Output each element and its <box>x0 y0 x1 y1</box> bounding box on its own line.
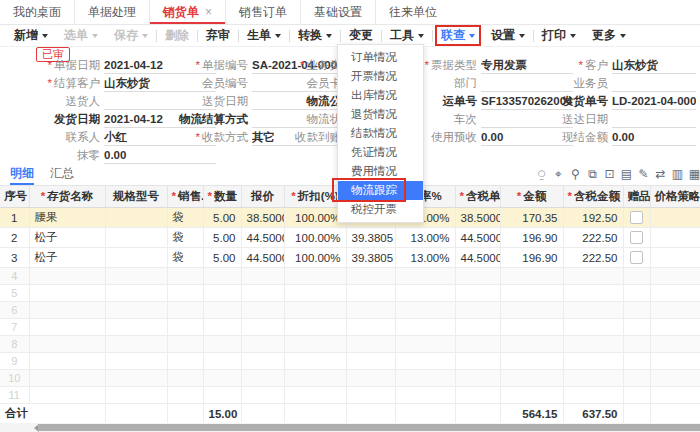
cell[interactable]: 袋 <box>167 248 203 268</box>
gift-checkbox[interactable] <box>630 251 643 264</box>
cell[interactable]: 13.00% <box>395 228 455 248</box>
cell[interactable]: 5.00 <box>203 228 241 248</box>
cell[interactable] <box>650 248 700 268</box>
cell[interactable]: 100.00% <box>284 248 346 268</box>
field-value-业务员[interactable] <box>612 75 696 92</box>
menu-item-物流跟踪[interactable]: 物流跟踪 <box>338 181 423 200</box>
clipboard-icon[interactable]: ⊡ <box>601 166 618 183</box>
empty-table-row[interactable]: 9 <box>0 353 700 370</box>
empty-table-row[interactable]: 7 <box>0 319 700 336</box>
column-header-含税金额[interactable]: *含税金额 <box>563 186 623 208</box>
field-value-现结金额[interactable]: 0.00 <box>612 129 696 146</box>
location-pin-icon[interactable]: ⚲ <box>567 166 584 183</box>
tab-我的桌面[interactable]: 我的桌面 <box>0 0 74 24</box>
cell[interactable] <box>650 228 700 248</box>
tab-summary[interactable]: 汇总 <box>50 164 74 185</box>
menu-item-税控开票[interactable]: 税控开票 <box>338 200 423 219</box>
field-value-发货单号[interactable]: LD-2021-04-0002 <box>612 93 696 110</box>
toolbar-button-设置[interactable]: 设置 <box>483 27 533 44</box>
cell[interactable]: 松子 <box>29 228 105 248</box>
tab-销售订单[interactable]: 销售订单 <box>225 0 300 24</box>
cell[interactable] <box>105 248 167 268</box>
cell[interactable]: 2 <box>0 228 29 248</box>
signature-icon[interactable]: ✎ <box>635 166 652 183</box>
cell[interactable]: 13.00% <box>395 248 455 268</box>
empty-table-row[interactable]: 8 <box>0 336 700 353</box>
cell[interactable]: 196.90 <box>500 248 563 268</box>
cell[interactable]: 192.50 <box>563 208 623 228</box>
cell[interactable] <box>623 228 650 248</box>
cell[interactable]: 38.5000 <box>241 208 284 228</box>
tab-单据处理[interactable]: 单据处理 <box>74 0 149 24</box>
tab-销货单[interactable]: 销货单× <box>149 0 225 24</box>
column-header-销售...[interactable]: *销售... <box>167 186 203 208</box>
toolbar-button-新增[interactable]: 新增 <box>6 27 56 44</box>
cell[interactable]: 44.5000 <box>241 228 284 248</box>
cell[interactable]: 3 <box>0 248 29 268</box>
cell[interactable]: 1 <box>0 208 29 228</box>
column-header-报价[interactable]: 报价 <box>241 186 284 208</box>
column-header-存货名称[interactable]: *存货名称 <box>29 186 105 208</box>
close-icon[interactable]: × <box>205 5 212 19</box>
toolbar-button-保存[interactable]: 保存 <box>106 27 156 44</box>
cell[interactable] <box>650 208 700 228</box>
cell[interactable] <box>105 228 167 248</box>
cell[interactable]: 腰果 <box>29 208 105 228</box>
cell[interactable]: 5.00 <box>203 248 241 268</box>
column-header-规格型号[interactable]: 规格型号 <box>105 186 167 208</box>
column-chart-icon[interactable]: ▥ <box>669 166 686 183</box>
scrollbar-thumb[interactable] <box>38 424 700 431</box>
column-header-金额[interactable]: *金额 <box>500 186 563 208</box>
document-icon[interactable]: ▤ <box>618 166 635 183</box>
menu-item-退货情况[interactable]: 退货情况 <box>338 105 423 124</box>
field-value-客户[interactable]: 山东炒货 <box>612 57 696 74</box>
toolbar-button-工具[interactable]: 工具 <box>382 27 432 44</box>
menu-item-订单情况[interactable]: 订单情况 <box>338 48 423 67</box>
cell[interactable]: 196.90 <box>500 228 563 248</box>
cell[interactable]: 39.3805 <box>346 248 395 268</box>
cell[interactable]: 松子 <box>29 248 105 268</box>
grid-icon[interactable]: ▦ <box>686 166 700 183</box>
toolbar-button-转换[interactable]: 转换 <box>290 27 340 44</box>
toolbar-button-生单[interactable]: 生单 <box>239 27 289 44</box>
toolbar-button-变更[interactable]: 变更 <box>341 27 381 44</box>
column-header-数量[interactable]: *数量 <box>203 186 241 208</box>
menu-item-结款情况[interactable]: 结款情况 <box>338 124 423 143</box>
empty-table-row[interactable]: 5 <box>0 285 700 302</box>
cell[interactable]: 袋 <box>167 208 203 228</box>
column-header-序号[interactable]: 序号 <box>0 186 29 208</box>
cell[interactable]: 170.35 <box>500 208 563 228</box>
cell[interactable]: 222.50 <box>563 248 623 268</box>
gift-checkbox[interactable] <box>630 231 643 244</box>
toolbar-button-联查[interactable]: 联查 <box>435 25 481 46</box>
column-header-价格策略类型[interactable]: 价格策略类型 <box>650 186 700 208</box>
tab-detail[interactable]: 明细 <box>10 164 34 185</box>
column-header-含税单价[interactable]: *含税单价 <box>455 186 500 208</box>
menu-item-出库情况[interactable]: 出库情况 <box>338 86 423 105</box>
lightbulb-icon[interactable]: ⍜ <box>533 166 550 183</box>
toolbar-button-弃审[interactable]: 弃审 <box>198 27 238 44</box>
cell[interactable] <box>623 208 650 228</box>
menu-item-凭证情况[interactable]: 凭证情况 <box>338 143 423 162</box>
cell[interactable]: 44.5000 <box>241 248 284 268</box>
menu-item-费用情况[interactable]: 费用情况 <box>338 162 423 181</box>
cell[interactable]: 222.50 <box>563 228 623 248</box>
horizontal-scrollbar[interactable] <box>0 423 700 432</box>
cell[interactable]: 38.5000 <box>455 208 500 228</box>
copy-icon[interactable]: ⧉ <box>584 166 601 183</box>
cell[interactable]: 100.00% <box>284 228 346 248</box>
tab-往来单位[interactable]: 往来单位 <box>375 0 450 24</box>
cell[interactable]: 44.5000 <box>455 228 500 248</box>
cell[interactable]: 5.00 <box>203 208 241 228</box>
empty-table-row[interactable]: 4 <box>0 268 700 285</box>
table-row[interactable]: 3松子袋5.0044.5000100.00%39.380513.00%44.50… <box>0 248 700 268</box>
cell[interactable] <box>105 208 167 228</box>
tab-基础设置[interactable]: 基础设置 <box>300 0 375 24</box>
locate-icon[interactable]: ⌖ <box>550 166 567 183</box>
empty-table-row[interactable]: 10 <box>0 370 700 387</box>
empty-table-row[interactable]: 11 <box>0 387 700 404</box>
menu-item-开票情况[interactable]: 开票情况 <box>338 67 423 86</box>
cell[interactable]: 袋 <box>167 228 203 248</box>
toolbar-button-打印[interactable]: 打印 <box>534 27 584 44</box>
field-value-送达日期[interactable] <box>612 111 696 128</box>
